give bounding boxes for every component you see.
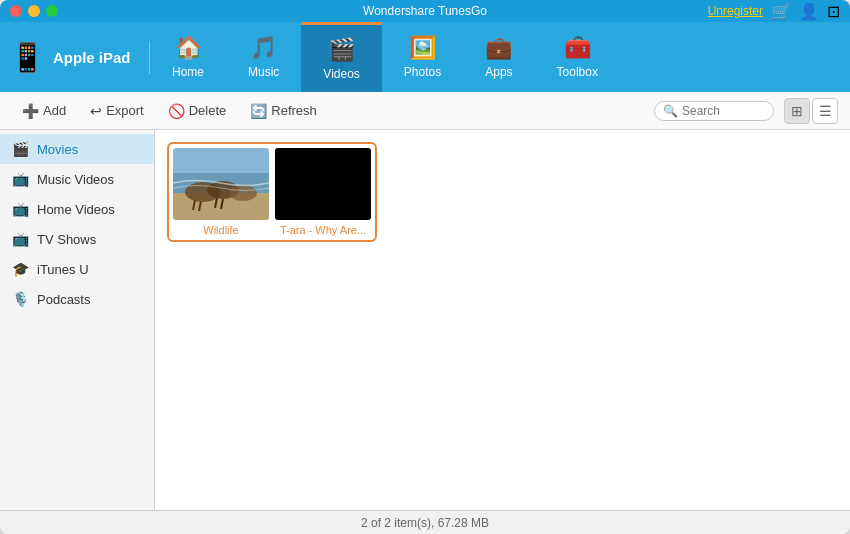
nav-tabs: 🏠 Home 🎵 Music 🎬 Videos 🖼️ Photos 💼 Apps… bbox=[150, 22, 840, 92]
svg-point-5 bbox=[229, 185, 257, 201]
video-tara-label: T-ara - Why Are... bbox=[275, 224, 371, 236]
svg-rect-0 bbox=[173, 148, 269, 173]
device-name: Apple iPad bbox=[53, 49, 131, 66]
list-view-button[interactable]: ☰ bbox=[812, 98, 838, 124]
itunes-u-sidebar-icon: 🎓 bbox=[12, 261, 29, 277]
title-bar: Wondershare TunesGo Unregister 🛒 👤 ⊡ bbox=[0, 0, 850, 22]
video-thumb-wildlife bbox=[173, 148, 269, 220]
video-item-wildlife[interactable]: Wildlife bbox=[173, 148, 269, 236]
videos-icon: 🎬 bbox=[328, 37, 355, 63]
sidebar-item-podcasts[interactable]: 🎙️ Podcasts bbox=[0, 284, 154, 314]
tab-photos[interactable]: 🖼️ Photos bbox=[382, 22, 463, 92]
export-icon: ↩ bbox=[90, 103, 102, 119]
tab-home[interactable]: 🏠 Home bbox=[150, 22, 226, 92]
cart-icon[interactable]: 🛒 bbox=[771, 2, 791, 21]
main-content: 🎬 Movies 📺 Music Videos 📺 Home Videos 📺 … bbox=[0, 130, 850, 510]
sidebar-item-music-videos[interactable]: 📺 Music Videos bbox=[0, 164, 154, 194]
add-button[interactable]: ➕ Add bbox=[12, 99, 76, 123]
title-bar-right: Unregister 🛒 👤 ⊡ bbox=[708, 2, 840, 21]
content-area: Wildlife T-ara - Why Are... bbox=[155, 130, 850, 510]
sidebar-movies-label: Movies bbox=[37, 142, 78, 157]
device-label: 📱 Apple iPad bbox=[10, 41, 150, 74]
wildlife-thumbnail bbox=[173, 148, 269, 220]
sidebar-podcasts-label: Podcasts bbox=[37, 292, 90, 307]
video-selection-group: Wildlife T-ara - Why Are... bbox=[167, 142, 377, 242]
maximize-button[interactable] bbox=[46, 5, 58, 17]
status-text: 2 of 2 item(s), 67.28 MB bbox=[361, 516, 489, 530]
apps-icon: 💼 bbox=[485, 35, 512, 61]
video-wildlife-label: Wildlife bbox=[173, 224, 269, 236]
tab-videos-label: Videos bbox=[323, 67, 359, 81]
tab-music-label: Music bbox=[248, 65, 279, 79]
music-icon: 🎵 bbox=[250, 35, 277, 61]
toolbox-icon: 🧰 bbox=[564, 35, 591, 61]
delete-button[interactable]: 🚫 Delete bbox=[158, 99, 237, 123]
app-window: Wondershare TunesGo Unregister 🛒 👤 ⊡ 📱 A… bbox=[0, 0, 850, 534]
sidebar: 🎬 Movies 📺 Music Videos 📺 Home Videos 📺 … bbox=[0, 130, 155, 510]
sidebar-item-movies[interactable]: 🎬 Movies bbox=[0, 134, 154, 164]
home-videos-sidebar-icon: 📺 bbox=[12, 201, 29, 217]
movies-sidebar-icon: 🎬 bbox=[12, 141, 29, 157]
tab-toolbox-label: Toolbox bbox=[557, 65, 598, 79]
window-icon[interactable]: ⊡ bbox=[827, 2, 840, 21]
podcasts-sidebar-icon: 🎙️ bbox=[12, 291, 29, 307]
add-icon: ➕ bbox=[22, 103, 39, 119]
search-box: 🔍 bbox=[654, 101, 774, 121]
sidebar-itunes-u-label: iTunes U bbox=[37, 262, 89, 277]
tara-thumbnail bbox=[275, 148, 371, 220]
traffic-lights bbox=[10, 5, 58, 17]
tab-photos-label: Photos bbox=[404, 65, 441, 79]
sidebar-item-home-videos[interactable]: 📺 Home Videos bbox=[0, 194, 154, 224]
tab-apps-label: Apps bbox=[485, 65, 512, 79]
tab-music[interactable]: 🎵 Music bbox=[226, 22, 301, 92]
delete-icon: 🚫 bbox=[168, 103, 185, 119]
video-thumb-tara bbox=[275, 148, 371, 220]
grid-view-button[interactable]: ⊞ bbox=[784, 98, 810, 124]
tab-apps[interactable]: 💼 Apps bbox=[463, 22, 534, 92]
refresh-icon: 🔄 bbox=[250, 103, 267, 119]
photos-icon: 🖼️ bbox=[409, 35, 436, 61]
sidebar-home-videos-label: Home Videos bbox=[37, 202, 115, 217]
nav-bar: 📱 Apple iPad 🏠 Home 🎵 Music 🎬 Videos 🖼️ … bbox=[0, 22, 850, 92]
export-button[interactable]: ↩ Export bbox=[80, 99, 154, 123]
tab-toolbox[interactable]: 🧰 Toolbox bbox=[535, 22, 620, 92]
minimize-button[interactable] bbox=[28, 5, 40, 17]
app-title: Wondershare TunesGo bbox=[363, 4, 487, 18]
music-videos-sidebar-icon: 📺 bbox=[12, 171, 29, 187]
refresh-button[interactable]: 🔄 Refresh bbox=[240, 99, 327, 123]
close-button[interactable] bbox=[10, 5, 22, 17]
sidebar-tv-shows-label: TV Shows bbox=[37, 232, 96, 247]
view-toggle: ⊞ ☰ bbox=[784, 98, 838, 124]
tab-home-label: Home bbox=[172, 65, 204, 79]
search-input[interactable] bbox=[682, 104, 772, 118]
sidebar-item-tv-shows[interactable]: 📺 TV Shows bbox=[0, 224, 154, 254]
search-icon: 🔍 bbox=[663, 104, 678, 118]
sidebar-item-itunes-u[interactable]: 🎓 iTunes U bbox=[0, 254, 154, 284]
tv-shows-sidebar-icon: 📺 bbox=[12, 231, 29, 247]
user-icon[interactable]: 👤 bbox=[799, 2, 819, 21]
toolbar: ➕ Add ↩ Export 🚫 Delete 🔄 Refresh 🔍 ⊞ ☰ bbox=[0, 92, 850, 130]
sidebar-music-videos-label: Music Videos bbox=[37, 172, 114, 187]
device-icon: 📱 bbox=[10, 41, 45, 74]
home-icon: 🏠 bbox=[175, 35, 202, 61]
status-bar: 2 of 2 item(s), 67.28 MB bbox=[0, 510, 850, 534]
unregister-link[interactable]: Unregister bbox=[708, 4, 763, 18]
video-item-tara[interactable]: T-ara - Why Are... bbox=[275, 148, 371, 236]
tab-videos[interactable]: 🎬 Videos bbox=[301, 22, 381, 92]
